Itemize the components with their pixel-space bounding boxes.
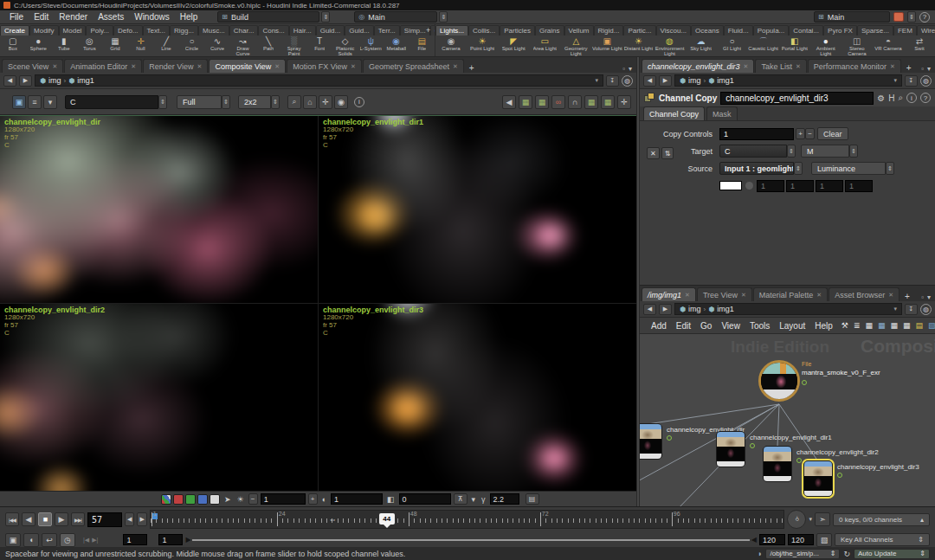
- viewer-option-icon[interactable]: ▦: [519, 95, 532, 109]
- viewer-mode-icon[interactable]: ▾: [43, 95, 57, 109]
- viewer-option-icon[interactable]: ◀: [502, 95, 516, 109]
- menu-go[interactable]: Go: [696, 321, 716, 331]
- menu-edit[interactable]: Edit: [672, 321, 695, 331]
- viewer-option-icon[interactable]: ∩: [568, 95, 582, 109]
- lut-icon[interactable]: ⊼: [454, 493, 468, 505]
- shelf-tab[interactable]: Cons...: [258, 25, 288, 35]
- path-back-button[interactable]: ◀: [643, 75, 656, 87]
- desktop-color-button[interactable]: [893, 12, 904, 22]
- channel-swatch[interactable]: [210, 494, 220, 505]
- shelf-tab[interactable]: Lights...: [435, 25, 468, 35]
- viewer-option-icon[interactable]: ▦: [601, 95, 615, 109]
- network-canvas[interactable]: Indie Edition Compositing File mantra_sm…: [640, 334, 935, 506]
- shelf-tab[interactable]: Particles: [500, 25, 535, 35]
- pane-tab[interactable]: Asset Browser ✕: [829, 287, 900, 301]
- range-slider-right-handle[interactable]: ◀: [751, 536, 757, 544]
- shelf-tool[interactable]: △ Geometry Light: [560, 35, 591, 56]
- channel-swatch[interactable]: [161, 494, 171, 505]
- pane-tab[interactable]: Motion FX View ✕: [287, 59, 362, 73]
- brightness-plus-button[interactable]: +: [308, 493, 318, 505]
- shelf-tool[interactable]: ▦ Grid: [102, 35, 128, 56]
- loop-mode-icon[interactable]: ↩: [42, 533, 57, 547]
- pane-tab[interactable]: Take List ✕: [755, 59, 806, 73]
- pane-tab[interactable]: Tree View ✕: [697, 287, 752, 301]
- pane-maximize-icon[interactable]: ▫: [622, 65, 625, 73]
- network-toolbar-icon[interactable]: ⚒: [840, 321, 850, 330]
- menu-windows[interactable]: Windows: [130, 12, 174, 22]
- shelf-tab[interactable]: Pyro FX: [823, 25, 857, 35]
- close-tab-icon[interactable]: ✕: [351, 63, 356, 70]
- shelf-tool[interactable]: ⇄ Swit: [904, 35, 935, 56]
- color-swatch[interactable]: [719, 181, 742, 190]
- shelf-tool[interactable]: ◓ VR Camera: [873, 35, 904, 56]
- path-forward-button[interactable]: ▶: [659, 304, 672, 315]
- brightness-minus-button[interactable]: −: [248, 493, 258, 505]
- message-bubble-icon[interactable]: ◗: [758, 550, 762, 558]
- network-toolbar-icon[interactable]: ▦: [901, 321, 912, 330]
- channelcopy-node[interactable]: channelcopy_envlight_dir1: [716, 431, 745, 467]
- next-keyframe-button[interactable]: ▶: [137, 512, 146, 526]
- close-tab-icon[interactable]: ✕: [816, 292, 822, 299]
- menu-help[interactable]: Help: [176, 12, 203, 22]
- value-field[interactable]: 1: [845, 180, 873, 192]
- shelf-tool[interactable]: ◎ Torus: [77, 35, 103, 56]
- shelf-tab[interactable]: Vellum: [564, 25, 594, 35]
- value-field[interactable]: 1: [757, 180, 784, 192]
- inspect-icon[interactable]: ➤: [222, 495, 233, 504]
- stop-button[interactable]: ■: [38, 512, 52, 526]
- shelf-tool[interactable]: ● Ambient Light: [810, 35, 842, 56]
- path-forward-button[interactable]: ▶: [19, 75, 32, 87]
- follow-playbar-icon[interactable]: ▣: [5, 533, 21, 547]
- shelf-tab[interactable]: Guid...: [316, 25, 345, 35]
- pane-tab[interactable]: Scene View ✕: [2, 59, 63, 73]
- shelf-tab[interactable]: Model: [59, 25, 87, 35]
- target-mask-select[interactable]: M: [801, 145, 849, 158]
- shelf-tool[interactable]: ☀ Distant Light: [622, 35, 654, 56]
- viewport-cell-1[interactable]: channelcopy_envlight_dir 1280x720 fr 57 …: [0, 116, 318, 303]
- help-icon[interactable]: ?: [920, 93, 931, 103]
- viewer-option-icon[interactable]: ▦: [535, 95, 549, 109]
- shelf-tool[interactable]: ▮ Tube: [51, 35, 77, 56]
- shelf-tool[interactable]: ↝ Draw Curve: [230, 35, 256, 56]
- shelf-tool[interactable]: ▣ Volume Light: [591, 35, 622, 56]
- shelf-tab[interactable]: Wires: [917, 25, 935, 35]
- shelf-tab[interactable]: Create: [0, 25, 29, 35]
- playback-start-field[interactable]: 1: [158, 534, 183, 545]
- viewer-option-icon[interactable]: ▦: [584, 95, 598, 109]
- shelf-tab[interactable]: Guid...: [345, 25, 374, 35]
- network-toolbar-icon[interactable]: ▦: [863, 321, 874, 330]
- menu-assets[interactable]: Assets: [94, 12, 128, 22]
- pin-icon[interactable]: ↧: [606, 75, 619, 87]
- play-reverse-button[interactable]: ◀: [22, 512, 35, 526]
- shelf-tab[interactable]: Poly...: [86, 25, 113, 35]
- viewer-nav-icon[interactable]: ⌕: [287, 95, 301, 109]
- shelf-tool[interactable]: ∿ Curve: [204, 35, 230, 56]
- path-dropdown-icon[interactable]: ▾: [595, 77, 598, 84]
- close-tab-icon[interactable]: ✕: [890, 63, 895, 70]
- shelf-tool[interactable]: ☀ Point Light: [467, 35, 498, 56]
- network-toolbar-icon[interactable]: ▧: [926, 321, 935, 330]
- menu-file[interactable]: File: [5, 12, 28, 22]
- shelf-tool[interactable]: T Font: [306, 35, 332, 56]
- shelf-tool[interactable]: ● Sphere: [26, 35, 52, 56]
- shelf-tab[interactable]: Contai...: [789, 25, 823, 35]
- histogram-icon[interactable]: ▤: [526, 493, 539, 505]
- path-back-button[interactable]: ◀: [3, 75, 16, 87]
- shelf-tab[interactable]: Text...: [143, 25, 170, 35]
- shelf-tab[interactable]: Terr...: [374, 25, 400, 35]
- node-name-field[interactable]: channelcopy_envlight_dir3: [720, 92, 874, 105]
- offset-field[interactable]: 0: [399, 493, 451, 505]
- main-nav-select[interactable]: ◎ Main: [354, 11, 437, 23]
- add-pane-tab-icon[interactable]: +: [902, 63, 916, 73]
- shelf-tool[interactable]: ✛ Null: [128, 35, 154, 56]
- play-button[interactable]: ▶: [55, 512, 68, 526]
- viewport-cell-4[interactable]: channelcopy_envlight_dir3 1280x720 fr 57…: [319, 304, 636, 491]
- shelf-tab[interactable]: Fluid...: [724, 25, 753, 35]
- pane-menu-icon[interactable]: ▾: [927, 65, 931, 73]
- channel-select[interactable]: C ⇕: [65, 95, 167, 109]
- info-icon[interactable]: i: [906, 93, 917, 103]
- range-slider-left-handle[interactable]: ▶: [185, 536, 190, 544]
- timeline-ruler[interactable]: ⇔ 44 124487296120: [150, 510, 785, 529]
- channelcopy-node[interactable]: channelcopy_envlight_dir3: [803, 460, 833, 497]
- desktop-select[interactable]: ⊞ Build: [217, 11, 319, 23]
